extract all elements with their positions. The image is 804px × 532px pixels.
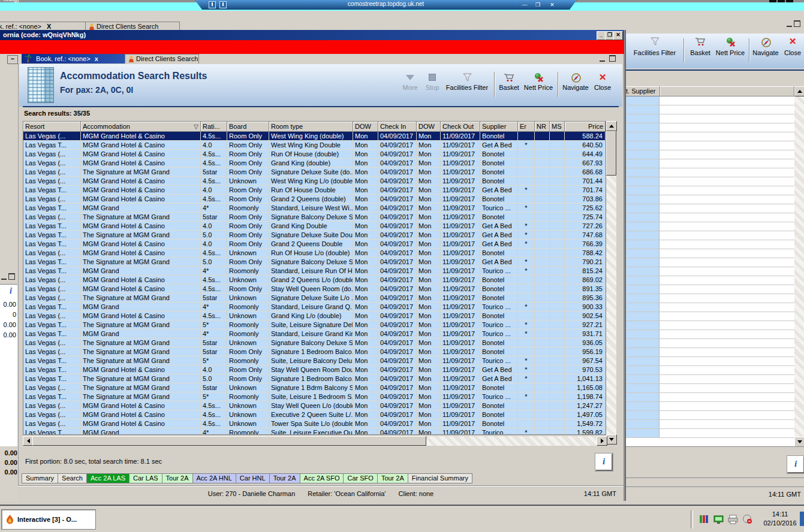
cell[interactable]: Tourico ...	[480, 428, 518, 435]
table-row[interactable]: Las Vegas (...MGM Grand Hotel & Casino4.…	[23, 419, 606, 428]
cell[interactable]: 11/09/2017	[441, 312, 480, 321]
cell[interactable]: 936.05	[565, 338, 606, 347]
cell[interactable]	[550, 240, 565, 249]
table-row[interactable]	[624, 429, 794, 438]
cell[interactable]	[535, 141, 550, 150]
cell[interactable]	[518, 347, 535, 356]
cell[interactable]: Unknown	[227, 383, 269, 392]
scrollbar-thumb[interactable]	[606, 131, 616, 176]
cell[interactable]	[535, 338, 550, 347]
table-row[interactable]	[624, 114, 794, 123]
cell[interactable]: Las Vegas T...	[23, 222, 81, 231]
cell[interactable]: 701.44	[565, 177, 606, 186]
cell[interactable]: 815.24	[565, 267, 606, 276]
table-row[interactable]	[624, 402, 794, 411]
cell[interactable]: Mon	[353, 159, 378, 168]
cell[interactable]: Stay Well Queen Room Dou...	[269, 365, 353, 374]
cell[interactable]: 4*	[201, 204, 227, 213]
cell[interactable]: 766.39	[565, 240, 606, 249]
cell[interactable]	[550, 419, 565, 428]
cell[interactable]: 5star	[201, 338, 227, 347]
cell[interactable]: 11/09/2017	[441, 186, 480, 195]
cell[interactable]: Las Vegas (...	[23, 383, 81, 392]
table-row[interactable]: Las Vegas T...MGM Grand4*RoomonlyStandar…	[23, 303, 606, 312]
cell[interactable]: Grand King (double)	[269, 159, 353, 168]
cell[interactable]	[535, 267, 550, 276]
cell[interactable]: 5star	[201, 347, 227, 356]
cell[interactable]: MGM Grand Hotel & Casino	[81, 141, 201, 150]
cell[interactable]: 1,041.13	[565, 374, 606, 383]
restore-icon[interactable]	[8, 273, 15, 280]
cell[interactable]	[535, 347, 550, 356]
cell[interactable]	[550, 347, 565, 356]
table-row[interactable]: Las Vegas T...MGM Grand4*RoomonlySuite, …	[23, 428, 606, 435]
cell[interactable]: Mon	[353, 222, 378, 231]
cell[interactable]: MGM Grand Hotel & Casino	[81, 312, 201, 321]
cell[interactable]: 11/09/2017	[441, 419, 480, 428]
tray-graphics-icon[interactable]	[699, 514, 709, 524]
cell[interactable]: 891.35	[565, 285, 606, 294]
cell[interactable]	[550, 276, 565, 285]
cell[interactable]: Las Vegas (...	[23, 410, 81, 419]
cell[interactable]: Mon	[353, 177, 378, 186]
cell[interactable]: Mon	[417, 338, 441, 347]
table-row[interactable]	[624, 312, 794, 321]
table-row[interactable]: Las Vegas T...The Signature at MGM Grand…	[23, 231, 606, 240]
cell[interactable]: Signature 1 Bdrm Balcony S...	[269, 383, 353, 392]
cell[interactable]: Tourico ...	[480, 303, 518, 312]
col-header-rati-[interactable]: Rati...	[201, 122, 227, 132]
table-row[interactable]: Las Vegas T...The Signature at MGM Grand…	[23, 374, 606, 383]
table-row[interactable]	[624, 420, 794, 429]
cell[interactable]: Las Vegas T...	[23, 204, 81, 213]
basket-button[interactable]: Basket	[496, 71, 522, 99]
cell[interactable]: 686.68	[565, 168, 606, 177]
cell[interactable]: *	[518, 330, 535, 338]
cell[interactable]: 11/09/2017	[441, 285, 480, 294]
table-row[interactable]	[624, 159, 794, 168]
cell[interactable]: 04/09/2017	[378, 338, 417, 347]
cell[interactable]: 900.33	[565, 303, 606, 312]
cell[interactable]: Mon	[353, 150, 378, 159]
cell[interactable]: Bonotel	[480, 150, 518, 159]
cell[interactable]	[518, 150, 535, 159]
cell[interactable]: Signature Balcony Deluxe S...	[269, 258, 353, 267]
cell[interactable]: 11/09/2017	[441, 365, 480, 374]
col-header-room-type[interactable]: Room type	[269, 122, 353, 132]
cell[interactable]: 04/09/2017	[378, 365, 417, 374]
table-row[interactable]: Las Vegas (...MGM Grand Hotel & Casino4.…	[23, 249, 606, 258]
table-row[interactable]	[624, 339, 794, 348]
panel-window-controls[interactable]	[1, 273, 15, 281]
cell[interactable]: MGM Grand Hotel & Casino	[81, 132, 201, 141]
cell[interactable]: Bonotel	[480, 195, 518, 204]
result-tab-acc-2a-las[interactable]: Acc 2A LAS	[86, 473, 130, 483]
cell[interactable]: Get A Bed	[480, 374, 518, 383]
cell[interactable]: 04/09/2017	[378, 213, 417, 222]
cell[interactable]: Las Vegas T...	[23, 303, 81, 312]
cell[interactable]	[550, 150, 565, 159]
cell[interactable]: Mon	[417, 428, 441, 435]
table-row[interactable]: Las Vegas (...MGM Grand Hotel & Casino4.…	[23, 410, 606, 419]
cell[interactable]: The Signature at MGM Grand	[81, 383, 201, 392]
cell[interactable]: 04/09/2017	[378, 303, 417, 312]
table-row[interactable]	[624, 384, 794, 393]
cell[interactable]: 04/09/2017	[378, 186, 417, 195]
cell[interactable]: 04/09/2017	[378, 321, 417, 330]
cell[interactable]: Mon	[353, 195, 378, 204]
table-row[interactable]	[624, 150, 794, 159]
table-row[interactable]: Las Vegas (...The Signature at MGM Grand…	[23, 338, 606, 347]
cell[interactable]: 725.62	[565, 204, 606, 213]
cell[interactable]: Stay Well Queen L/o (double)	[269, 401, 353, 410]
cell[interactable]: The Signature at MGM Grand	[81, 168, 201, 177]
cell[interactable]	[550, 222, 565, 231]
cell[interactable]: Las Vegas (...	[23, 401, 81, 410]
col-header-supplier[interactable]: t. Supplier	[624, 86, 660, 96]
cell[interactable]: West Wing King L/o (double)	[269, 177, 353, 186]
close-icon[interactable]: ✕	[547, 1, 557, 9]
cell[interactable]: Mon	[417, 222, 441, 231]
cell[interactable]: Bonotel	[480, 285, 518, 294]
cell[interactable]: Mon	[417, 383, 441, 392]
cell[interactable]: 04/09/2017	[378, 132, 417, 141]
cell[interactable]	[535, 249, 550, 258]
cell[interactable]: 11/09/2017	[441, 249, 480, 258]
cell[interactable]	[550, 141, 565, 150]
